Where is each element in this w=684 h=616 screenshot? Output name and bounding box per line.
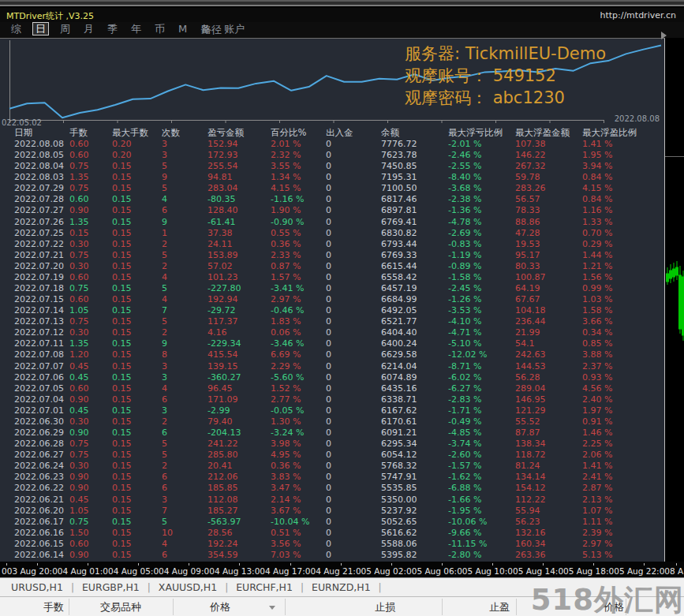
- col-header: 百分比%: [271, 127, 326, 139]
- table-cell: 1.03 %: [582, 294, 647, 305]
- table-cell: -6.27 %: [448, 383, 515, 394]
- table-cell: 0.60: [69, 539, 112, 550]
- site-url[interactable]: http://mtdriver.cn: [600, 10, 676, 21]
- table-cell: -0.05 %: [271, 405, 326, 416]
- table-cell: 104.18: [515, 305, 582, 316]
- table-cell: 0: [326, 550, 381, 561]
- table-row: 2022.06.140.900.156354.597.03 %05395.82-…: [0, 550, 665, 561]
- table-cell: 2: [162, 461, 207, 472]
- table-cell: 139.15: [207, 361, 271, 372]
- table-cell: 56.23: [515, 517, 582, 528]
- table-cell: -8.71 %: [448, 361, 515, 372]
- table-cell: -5.60 %: [271, 372, 326, 383]
- table-cell: 144.53: [515, 361, 582, 372]
- table-cell: 172.93: [207, 150, 271, 161]
- menu-item-日[interactable]: 日: [32, 22, 49, 35]
- time-axis[interactable]: 003 Aug 20:004 Aug 01:004 Aug 05:004 Aug…: [0, 562, 684, 577]
- table-cell: 0.15: [112, 495, 162, 506]
- table-cell: -3.53 %: [448, 305, 515, 316]
- table-cell: 0.90: [69, 472, 112, 483]
- table-cell: 28.56: [207, 528, 271, 539]
- table-cell: 5: [162, 316, 207, 327]
- table-cell: 117.37: [207, 316, 271, 327]
- table-cell: 3: [162, 372, 207, 383]
- symbol-tab-URUSD[interactable]: URUSD,H1: [11, 581, 63, 593]
- table-cell: 59.78: [515, 172, 582, 183]
- table-cell: 21.99: [515, 327, 582, 338]
- table-cell: 0: [326, 139, 381, 150]
- table-cell: 6.69 %: [271, 349, 326, 360]
- table-cell: 6: [162, 472, 207, 483]
- table-cell: 0: [326, 394, 381, 405]
- menu-bar: 综日周月季年币M备账户 路径: [0, 22, 684, 38]
- table-cell: 0: [326, 450, 381, 461]
- menu-item-M[interactable]: M: [176, 22, 189, 35]
- menu-item-季[interactable]: 季: [105, 22, 120, 35]
- table-row: 2022.06.270.750.155285.804.95 %06054.12-…: [0, 450, 665, 461]
- table-cell: -0.90 %: [271, 217, 326, 228]
- table-cell: 5: [162, 439, 207, 450]
- table-row: 2022.07.220.300.15224.110.36 %06793.44-0…: [0, 239, 665, 250]
- table-cell: 2.01 %: [271, 139, 326, 150]
- table-cell: 9: [162, 338, 207, 349]
- table-cell: 2022.07.13: [14, 316, 69, 327]
- table-cell: 6170.61: [381, 416, 448, 427]
- col-header: 最大浮亏比例: [448, 127, 515, 139]
- table-cell: 0.34 %: [582, 327, 647, 338]
- chart-end-date: 2022.08.08: [615, 114, 660, 123]
- table-cell: -3.68 %: [448, 183, 515, 194]
- table-cell: 2.33 %: [271, 250, 326, 261]
- table-row: 2022.07.120.300.1524.160.06 %06404.40-4.…: [0, 327, 665, 338]
- table-cell: 153.89: [207, 250, 271, 261]
- table-cell: 3: [162, 405, 207, 416]
- menu-item-年[interactable]: 年: [129, 22, 144, 35]
- table-cell: 1.33 %: [582, 217, 647, 228]
- menu-item-path[interactable]: 路径: [201, 23, 222, 37]
- table-cell: 5.13 %: [582, 550, 647, 561]
- symbol-tab-EURCHF[interactable]: EURCHF,H1: [236, 581, 293, 593]
- table-cell: -2.83 %: [448, 394, 515, 405]
- table-cell: -2.69 %: [448, 228, 515, 239]
- table-cell: 54.1: [515, 338, 582, 349]
- table-cell: 1.41 %: [582, 461, 647, 472]
- table-cell: 87.87: [515, 427, 582, 439]
- table-cell: 2022.07.04: [14, 394, 69, 405]
- tab-separator: |: [71, 582, 74, 593]
- table-cell: 415.54: [207, 349, 271, 360]
- symbol-tab-EURGBP[interactable]: EURGBP,H1: [82, 581, 140, 593]
- table-cell: 192.94: [207, 294, 271, 305]
- table-cell: 1.16 %: [582, 205, 647, 216]
- menu-item-周[interactable]: 周: [58, 22, 73, 35]
- symbol-tab-XAUUSD[interactable]: XAUUSD,H1: [159, 581, 217, 593]
- table-cell: 3.88 %: [582, 349, 647, 360]
- menu-item-币[interactable]: 币: [152, 22, 167, 35]
- table-cell: 6: [162, 483, 207, 494]
- table-cell: 4.16: [207, 327, 271, 338]
- table-cell: 56.57: [515, 194, 582, 205]
- table-cell: -2.60 %: [448, 450, 515, 461]
- price-label: 价格: [173, 600, 267, 614]
- table-cell: 0: [326, 416, 381, 427]
- table-cell: 0.91 %: [582, 416, 647, 427]
- table-cell: -3.24 %: [271, 427, 326, 439]
- menu-item-账户[interactable]: 账户: [222, 22, 247, 35]
- menu-item-综[interactable]: 综: [9, 22, 24, 35]
- table-cell: 0.75: [69, 250, 112, 261]
- menu-item-月[interactable]: 月: [81, 22, 96, 35]
- symbol-tab-EURNZD[interactable]: EURNZD,H1: [312, 581, 371, 593]
- table-cell: 0.15: [112, 250, 162, 261]
- table-cell: 107.38: [515, 139, 582, 150]
- table-cell: 6457.19: [381, 283, 448, 294]
- table-row: 2022.07.060.450.153-360.27-5.60 %06074.8…: [0, 372, 665, 383]
- table-cell: 0: [326, 528, 381, 539]
- table-cell: 0.15: [112, 528, 162, 539]
- table-cell: 2.97 %: [582, 539, 647, 550]
- price-dropdown-arrow-icon[interactable]: [269, 606, 275, 610]
- table-cell: -11.15 %: [448, 539, 515, 550]
- table-cell: 4.15 %: [271, 183, 326, 194]
- table-cell: 0: [326, 372, 381, 383]
- table-cell: 1.58 %: [582, 305, 647, 316]
- table-cell: 2.32 %: [271, 150, 326, 161]
- table-cell: 4: [162, 294, 207, 305]
- table-cell: -227.80: [207, 283, 271, 294]
